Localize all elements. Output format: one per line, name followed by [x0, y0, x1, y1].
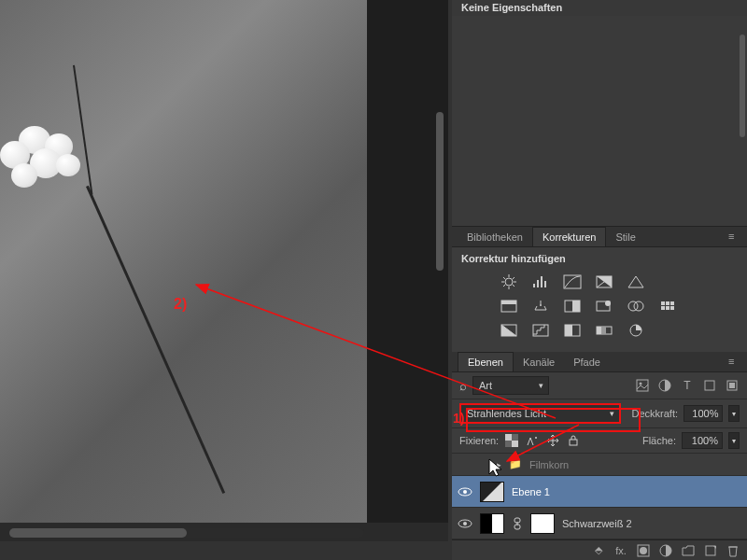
- fill-dropdown-icon[interactable]: ▾: [728, 432, 740, 449]
- svg-rect-10: [537, 280, 539, 287]
- photo-filter-icon[interactable]: [594, 298, 614, 315]
- add-mask-icon[interactable]: [637, 544, 650, 557]
- cursor-icon: [487, 457, 506, 480]
- visibility-toggle-icon[interactable]: [458, 457, 472, 472]
- svg-point-49: [535, 437, 537, 439]
- exposure-icon[interactable]: [594, 273, 614, 290]
- new-layer-icon[interactable]: [704, 544, 717, 557]
- tab-pfade[interactable]: Pfade: [564, 353, 610, 371]
- properties-panel-body: [452, 16, 747, 227]
- invert-icon[interactable]: [499, 322, 519, 339]
- black-white-icon[interactable]: [562, 298, 583, 315]
- search-icon: ⌕: [459, 379, 467, 393]
- filter-pixel-icon[interactable]: [635, 378, 650, 393]
- svg-rect-26: [670, 301, 674, 305]
- adjustments-tabbar: Bibliotheken Korrekturen Stile ≡: [452, 227, 747, 247]
- adjustments-title: Korrektur hinzufügen: [461, 253, 738, 264]
- layers-footer: ⬘ fx.: [452, 539, 747, 560]
- tab-korrekturen[interactable]: Korrekturen: [532, 227, 606, 246]
- canvas-area: [0, 0, 448, 541]
- link-layers-icon[interactable]: ⬘: [592, 544, 605, 557]
- svg-rect-35: [597, 327, 601, 334]
- adjustments-panel-menu-icon[interactable]: ≡: [728, 231, 743, 242]
- document-image[interactable]: [0, 0, 367, 523]
- new-group-icon[interactable]: [682, 544, 695, 557]
- svg-rect-19: [572, 301, 580, 312]
- canvas-hscroll-thumb[interactable]: [9, 528, 187, 538]
- svg-rect-61: [706, 546, 715, 555]
- svg-rect-36: [601, 327, 606, 334]
- curves-icon[interactable]: [562, 273, 583, 290]
- channel-mixer-icon[interactable]: [626, 298, 646, 315]
- tab-ebenen[interactable]: Ebenen: [458, 352, 514, 371]
- svg-point-39: [640, 383, 642, 385]
- color-balance-icon[interactable]: [530, 298, 551, 315]
- blend-mode-select[interactable]: Strahlendes Licht: [459, 403, 621, 424]
- hue-sat-icon[interactable]: [499, 298, 519, 315]
- opacity-dropdown-icon[interactable]: ▾: [728, 405, 740, 422]
- layers-panel-menu-icon[interactable]: ≡: [728, 356, 743, 367]
- layer-name-label[interactable]: Filmkorn: [529, 459, 741, 470]
- canvas-horizontal-scrollbar[interactable]: [9, 528, 364, 538]
- filter-type-icon[interactable]: T: [680, 378, 695, 393]
- vibrance-icon[interactable]: [626, 273, 646, 290]
- brightness-contrast-icon[interactable]: [499, 273, 519, 290]
- layer-fx-icon[interactable]: fx.: [614, 544, 627, 557]
- opacity-label: Deckkraft:: [632, 408, 679, 419]
- svg-text:T: T: [684, 379, 691, 392]
- svg-point-17: [540, 304, 542, 306]
- link-icon[interactable]: [512, 516, 523, 531]
- svg-rect-12: [544, 281, 546, 287]
- lock-image-icon[interactable]: [525, 433, 540, 448]
- lock-all-icon[interactable]: [566, 433, 581, 448]
- svg-rect-29: [670, 306, 674, 310]
- filter-adjustment-icon[interactable]: [657, 378, 672, 393]
- gradient-map-icon[interactable]: [594, 322, 614, 339]
- color-lookup-icon[interactable]: [657, 298, 678, 315]
- visibility-toggle-icon[interactable]: [458, 484, 472, 499]
- svg-line-5: [503, 277, 505, 279]
- layer-schwarzweiss-2[interactable]: Schwarzweiß 2: [452, 508, 747, 539]
- svg-rect-9: [533, 284, 535, 287]
- visibility-toggle-icon[interactable]: [458, 516, 472, 531]
- tab-stile[interactable]: Stile: [606, 228, 644, 246]
- layer-name-label[interactable]: Schwarzweiß 2: [562, 518, 741, 529]
- opacity-input[interactable]: 100%: [684, 405, 723, 422]
- svg-rect-27: [661, 306, 665, 310]
- fill-value: 100%: [692, 435, 718, 446]
- filter-shape-icon[interactable]: [702, 378, 717, 393]
- mask-thumbnail[interactable]: [530, 513, 555, 534]
- lock-transparency-icon[interactable]: [504, 433, 519, 448]
- fill-input[interactable]: 100%: [682, 432, 723, 449]
- tab-bibliotheken[interactable]: Bibliotheken: [458, 228, 532, 246]
- lock-position-icon[interactable]: [545, 433, 560, 448]
- svg-point-59: [640, 547, 647, 554]
- threshold-icon[interactable]: [562, 322, 583, 339]
- selective-color-icon[interactable]: [626, 322, 646, 339]
- tab-kanaele[interactable]: Kanäle: [514, 353, 564, 371]
- layer-ebene-1[interactable]: Ebene 1: [452, 476, 747, 508]
- layer-filter-select[interactable]: Art: [472, 376, 549, 395]
- svg-point-21: [605, 301, 611, 306]
- properties-scrollbar[interactable]: [740, 35, 745, 137]
- lock-label: Fixieren:: [459, 435, 499, 446]
- layer-thumbnail[interactable]: [480, 482, 504, 502]
- new-adjustment-icon[interactable]: [659, 544, 672, 557]
- svg-rect-24: [661, 301, 665, 305]
- svg-point-23: [634, 301, 643, 311]
- filter-smart-icon[interactable]: [725, 378, 740, 393]
- svg-rect-45: [505, 434, 512, 441]
- svg-line-7: [503, 285, 505, 287]
- levels-icon[interactable]: [530, 273, 551, 290]
- delete-layer-icon[interactable]: [726, 544, 740, 557]
- svg-rect-28: [666, 306, 669, 310]
- layer-name-label[interactable]: Ebene 1: [512, 486, 741, 497]
- svg-rect-11: [541, 276, 543, 287]
- svg-rect-48: [505, 441, 512, 447]
- adjustment-thumbnail[interactable]: [480, 513, 504, 534]
- annotation-label-2: 2): [174, 296, 187, 313]
- properties-panel-title: Keine Eigenschaften: [452, 0, 747, 16]
- canvas-vertical-scrollbar[interactable]: [436, 112, 444, 271]
- posterize-icon[interactable]: [530, 322, 551, 339]
- svg-rect-33: [565, 325, 572, 336]
